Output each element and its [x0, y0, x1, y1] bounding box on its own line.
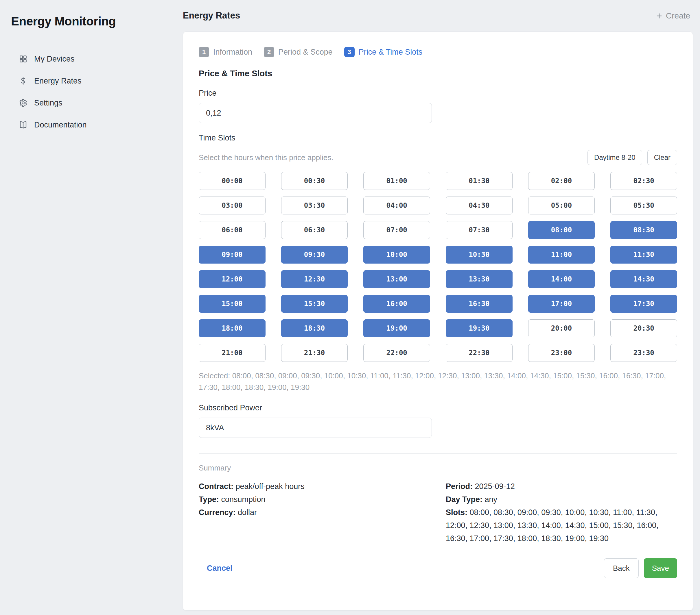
time-slots-label: Time Slots — [199, 133, 677, 142]
book-icon — [18, 120, 28, 129]
time-slot-19-30[interactable]: 19:30 — [446, 319, 513, 337]
time-slot-10-30[interactable]: 10:30 — [446, 246, 513, 264]
subscribed-power-label: Subscribed Power — [199, 403, 677, 412]
time-slot-01-30[interactable]: 01:30 — [446, 172, 513, 190]
time-slot-14-00[interactable]: 14:00 — [528, 270, 595, 288]
time-slot-17-00[interactable]: 17:00 — [528, 295, 595, 313]
plus-icon — [655, 12, 663, 20]
time-slot-10-00[interactable]: 10:00 — [363, 246, 430, 264]
step-information[interactable]: 1 Information — [199, 47, 252, 57]
energy-rate-form-card: 1 Information 2 Period & Scope 3 Price &… — [183, 31, 693, 611]
save-button[interactable]: Save — [644, 558, 677, 578]
time-slot-22-30[interactable]: 22:30 — [446, 344, 513, 362]
step-3-label: Price & Time Slots — [359, 48, 423, 57]
time-slot-22-00[interactable]: 22:00 — [363, 344, 430, 362]
time-slot-06-30[interactable]: 06:30 — [281, 221, 348, 239]
time-slot-00-30[interactable]: 00:30 — [281, 172, 348, 190]
time-slot-09-00[interactable]: 09:00 — [199, 246, 265, 264]
time-slot-13-30[interactable]: 13:30 — [446, 270, 513, 288]
time-slot-23-30[interactable]: 23:30 — [610, 344, 677, 362]
time-slot-15-00[interactable]: 15:00 — [199, 295, 265, 313]
time-slot-17-30[interactable]: 17:30 — [610, 295, 677, 313]
price-label: Price — [199, 89, 677, 98]
summary-currency: Currency: dollar — [199, 506, 446, 519]
sidebar-item-label: Energy Rates — [34, 77, 82, 86]
sidebar-item-my-devices[interactable]: My Devices — [0, 48, 183, 70]
time-slot-09-30[interactable]: 09:30 — [281, 246, 348, 264]
time-slot-02-00[interactable]: 02:00 — [528, 172, 595, 190]
time-slot-20-00[interactable]: 20:00 — [528, 319, 595, 337]
time-slot-12-00[interactable]: 12:00 — [199, 270, 265, 288]
summary-period: Period: 2025-09-12 — [446, 480, 677, 493]
time-slot-02-30[interactable]: 02:30 — [610, 172, 677, 190]
time-slot-08-30[interactable]: 08:30 — [610, 221, 677, 239]
sidebar-item-label: My Devices — [34, 55, 75, 64]
sidebar: Energy Monitoring My Devices Energy Rate… — [0, 0, 183, 615]
sidebar-item-documentation[interactable]: Documentation — [0, 114, 183, 136]
time-slot-04-00[interactable]: 04:00 — [363, 196, 430, 215]
page-title: Energy Rates — [183, 10, 240, 21]
step-3-badge: 3 — [344, 47, 355, 57]
time-slot-05-30[interactable]: 05:30 — [610, 196, 677, 215]
time-slot-15-30[interactable]: 15:30 — [281, 295, 348, 313]
selected-slots-text: Selected: 08:00, 08:30, 09:00, 09:30, 10… — [199, 370, 677, 393]
price-input[interactable] — [199, 103, 432, 123]
time-slot-08-00[interactable]: 08:00 — [528, 221, 595, 239]
time-slot-16-30[interactable]: 16:30 — [446, 295, 513, 313]
sidebar-item-energy-rates[interactable]: Energy Rates — [0, 70, 183, 92]
time-slot-18-00[interactable]: 18:00 — [199, 319, 265, 337]
sidebar-nav: My Devices Energy Rates Settings Documen… — [0, 48, 183, 136]
time-slot-grid: 00:0000:3001:0001:3002:0002:3003:0003:30… — [199, 172, 677, 362]
sidebar-item-settings[interactable]: Settings — [0, 92, 183, 114]
time-slot-16-00[interactable]: 16:00 — [363, 295, 430, 313]
step-2-label: Period & Scope — [278, 48, 333, 57]
app-title: Energy Monitoring — [11, 14, 116, 28]
summary-title: Summary — [199, 464, 677, 473]
time-slot-11-00[interactable]: 11:00 — [528, 246, 595, 264]
daytime-preset-button[interactable]: Daytime 8-20 — [587, 150, 642, 165]
step-1-label: Information — [213, 48, 252, 57]
dollar-icon — [18, 76, 28, 86]
time-slot-04-30[interactable]: 04:30 — [446, 196, 513, 215]
create-button[interactable]: Create — [654, 11, 692, 21]
gear-icon — [18, 98, 28, 107]
wizard-stepper: 1 Information 2 Period & Scope 3 Price &… — [199, 47, 677, 57]
time-slot-01-00[interactable]: 01:00 — [363, 172, 430, 190]
summary-contract: Contract: peak/off-peak hours — [199, 480, 446, 493]
sidebar-item-label: Documentation — [34, 120, 87, 129]
summary-slots: Slots: 08:00, 08:30, 09:00, 09:30, 10:00… — [446, 506, 677, 545]
time-slot-13-00[interactable]: 13:00 — [363, 270, 430, 288]
summary-type: Type: consumption — [199, 493, 446, 506]
time-slot-19-00[interactable]: 19:00 — [363, 319, 430, 337]
summary-day-type: Day Type: any — [446, 493, 677, 506]
section-title: Price & Time Slots — [199, 69, 677, 78]
time-slot-07-00[interactable]: 07:00 — [363, 221, 430, 239]
sidebar-item-label: Settings — [34, 99, 62, 107]
back-button[interactable]: Back — [604, 558, 639, 578]
time-slot-21-00[interactable]: 21:00 — [199, 344, 265, 362]
time-slot-18-30[interactable]: 18:30 — [281, 319, 348, 337]
clear-slots-button[interactable]: Clear — [647, 150, 677, 165]
grid-icon — [18, 54, 28, 64]
create-button-label: Create — [666, 11, 690, 21]
time-slot-11-30[interactable]: 11:30 — [610, 246, 677, 264]
summary-grid: Contract: peak/off-peak hours Type: cons… — [199, 480, 677, 545]
time-slot-03-00[interactable]: 03:00 — [199, 196, 265, 215]
subscribed-power-input[interactable] — [199, 418, 432, 438]
step-2-badge: 2 — [264, 47, 274, 57]
time-slot-21-30[interactable]: 21:30 — [281, 344, 348, 362]
time-slot-12-30[interactable]: 12:30 — [281, 270, 348, 288]
step-price-time-slots[interactable]: 3 Price & Time Slots — [344, 47, 423, 57]
time-slot-14-30[interactable]: 14:30 — [610, 270, 677, 288]
time-slot-06-00[interactable]: 06:00 — [199, 221, 265, 239]
time-slot-23-00[interactable]: 23:00 — [528, 344, 595, 362]
time-slot-03-30[interactable]: 03:30 — [281, 196, 348, 215]
step-period-scope[interactable]: 2 Period & Scope — [264, 47, 333, 57]
cancel-link[interactable]: Cancel — [205, 564, 234, 573]
time-slot-05-00[interactable]: 05:00 — [528, 196, 595, 215]
step-1-badge: 1 — [199, 47, 209, 57]
time-slot-00-00[interactable]: 00:00 — [199, 172, 265, 190]
divider — [199, 453, 677, 454]
time-slot-20-30[interactable]: 20:30 — [610, 319, 677, 337]
time-slot-07-30[interactable]: 07:30 — [446, 221, 513, 239]
